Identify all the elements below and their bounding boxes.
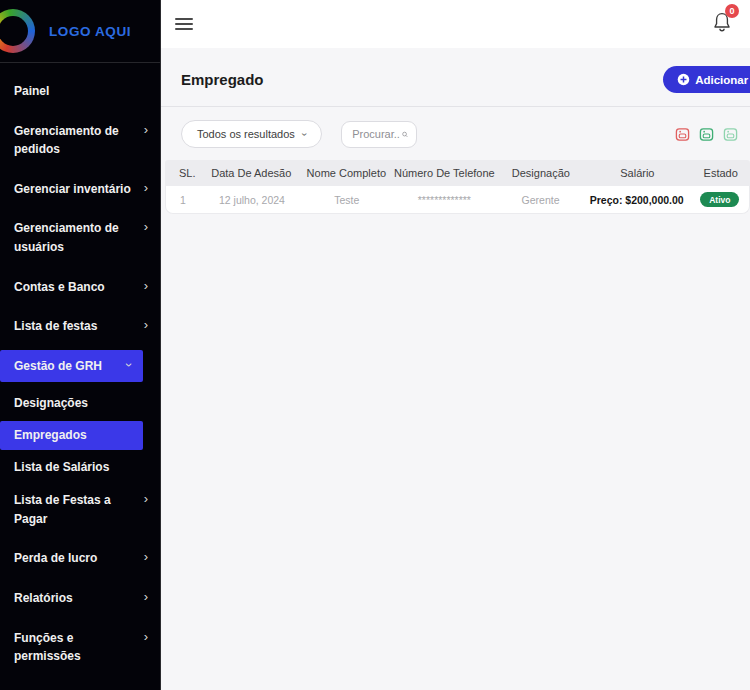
table-row: 112 julho, 2024Teste*************Gerente… bbox=[165, 186, 750, 214]
column-header-nome-completo: Nome Completo bbox=[302, 167, 390, 179]
table-header-row: SL.Data De AdesãoNome CompletoNúmero De … bbox=[165, 160, 750, 186]
sidebar-item-label: Contas e Banco bbox=[14, 278, 105, 297]
sidebar-item-contas-e-banco[interactable]: Contas e Banco› bbox=[0, 271, 160, 304]
column-header-numero-de-telefone: Número De Telefone bbox=[390, 167, 498, 179]
chevron-right-icon: › bbox=[144, 122, 148, 138]
sidebar-item-gerenciamento-de-usuarios[interactable]: Gerenciamento de usuários› bbox=[0, 212, 160, 263]
sidebar-item-label: Gerenciamento de usuários bbox=[14, 219, 132, 256]
sidebar-item-label: Gerenciar inventário bbox=[14, 180, 131, 199]
pdf-export-icon[interactable] bbox=[675, 127, 690, 142]
content: Empregado Adicionar funcionário Todos os… bbox=[161, 48, 750, 690]
add-employee-label: Adicionar funcionário bbox=[695, 74, 750, 86]
logo-text: LOGO AQUI bbox=[49, 24, 131, 39]
plus-circle-icon bbox=[677, 73, 690, 86]
sidebar-item-label: Lista de Salários bbox=[14, 458, 109, 477]
sidebar-item-gerenciamento-de-pedidos[interactable]: Gerenciamento de pedidos› bbox=[0, 115, 160, 166]
sidebar-item-configuracoes[interactable]: Configurações› bbox=[0, 680, 160, 690]
chevron-right-icon: › bbox=[144, 589, 148, 605]
sidebar-item-label: Designações bbox=[14, 394, 88, 413]
main-area: 0 Empregado Adicionar funcionário Todos … bbox=[161, 0, 750, 690]
print-export-icon[interactable] bbox=[723, 127, 738, 142]
sidebar-item-label: Gerenciamento de pedidos bbox=[14, 122, 132, 159]
search-icon bbox=[402, 128, 408, 141]
app-window: LOGO AQUI PainelGerenciamento de pedidos… bbox=[0, 0, 750, 690]
sidebar-item-lista-de-festas-a-pagar[interactable]: Lista de Festas a Pagar› bbox=[0, 484, 160, 535]
chevron-down-icon: › bbox=[121, 362, 137, 366]
search-box[interactable] bbox=[341, 121, 417, 148]
sidebar-item-empregados[interactable]: Empregados bbox=[0, 421, 143, 450]
cell-estado: Ativo bbox=[691, 192, 749, 207]
chevron-right-icon: › bbox=[144, 317, 148, 333]
sidebar-item-gerenciar-inventario[interactable]: Gerenciar inventário› bbox=[0, 173, 160, 206]
sidebar-item-lista-de-salarios[interactable]: Lista de Salários bbox=[0, 453, 160, 482]
status-badge: Ativo bbox=[700, 192, 739, 207]
chevron-right-icon: › bbox=[144, 180, 148, 196]
chevron-down-icon: › bbox=[299, 132, 310, 135]
filter-row: Todos os resultados › bbox=[161, 107, 750, 160]
logo-row: LOGO AQUI bbox=[0, 0, 160, 62]
sidebar-item-label: Perda de lucro bbox=[14, 549, 97, 568]
cell-salario: Preço: $200,000.00 bbox=[583, 194, 691, 206]
export-icons bbox=[675, 127, 738, 142]
sidebar-item-perda-de-lucro[interactable]: Perda de lucro› bbox=[0, 542, 160, 575]
cell-data-de-adesao: 12 julho, 2024 bbox=[201, 194, 303, 206]
chevron-right-icon: › bbox=[144, 278, 148, 294]
sidebar-item-funcoes-e-permissoes[interactable]: Funções e permissões› bbox=[0, 622, 160, 673]
chevron-right-icon: › bbox=[144, 219, 148, 235]
chevron-right-icon: › bbox=[144, 491, 148, 507]
column-header-salario: Salário bbox=[583, 167, 691, 179]
chevron-right-icon: › bbox=[144, 629, 148, 645]
results-filter-label: Todos os resultados bbox=[197, 128, 295, 140]
cell-numero-de-telefone: ************* bbox=[390, 194, 498, 206]
cell-nome-completo: Teste bbox=[303, 194, 390, 206]
sidebar: LOGO AQUI PainelGerenciamento de pedidos… bbox=[0, 0, 161, 690]
hamburger-menu-icon[interactable] bbox=[175, 15, 193, 33]
column-header-data-de-adesao: Data De Adesão bbox=[200, 167, 302, 179]
employee-table: SL.Data De AdesãoNome CompletoNúmero De … bbox=[165, 160, 750, 214]
column-header-designacao: Designação bbox=[498, 167, 583, 179]
cell-designacao: Gerente bbox=[498, 194, 583, 206]
sidebar-item-label: Empregados bbox=[14, 426, 87, 445]
column-header-sl: SL. bbox=[165, 167, 200, 179]
sidebar-item-relatorios[interactable]: Relatórios› bbox=[0, 582, 160, 615]
sidebar-nav: PainelGerenciamento de pedidos›Gerenciar… bbox=[0, 63, 160, 690]
cell-sl: 1 bbox=[166, 194, 201, 206]
sidebar-item-gestao-de-grh[interactable]: Gestão de GRH› bbox=[0, 350, 143, 383]
add-employee-button[interactable]: Adicionar funcionário bbox=[663, 66, 750, 93]
sidebar-item-label: Lista de festas bbox=[14, 317, 97, 336]
chevron-right-icon: › bbox=[144, 549, 148, 565]
excel-export-icon[interactable] bbox=[699, 127, 714, 142]
sidebar-item-lista-de-festas[interactable]: Lista de festas› bbox=[0, 310, 160, 343]
sidebar-item-label: Painel bbox=[14, 82, 49, 101]
logo-icon bbox=[0, 9, 35, 53]
results-filter-dropdown[interactable]: Todos os resultados › bbox=[181, 120, 322, 148]
notification-bell[interactable]: 0 bbox=[712, 11, 732, 37]
table-body: 112 julho, 2024Teste*************Gerente… bbox=[165, 186, 750, 214]
sidebar-item-label: Funções e permissões bbox=[14, 629, 132, 666]
sidebar-item-label: Gestão de GRH bbox=[14, 357, 102, 376]
sidebar-item-designacoes[interactable]: Designações bbox=[0, 389, 160, 418]
page-header: Empregado Adicionar funcionário bbox=[161, 48, 750, 107]
notification-badge: 0 bbox=[725, 4, 739, 18]
search-input[interactable] bbox=[352, 128, 402, 140]
sidebar-item-label: Lista de Festas a Pagar bbox=[14, 491, 132, 528]
column-header-estado: Estado bbox=[691, 167, 750, 179]
sidebar-item-painel[interactable]: Painel bbox=[0, 75, 160, 108]
sidebar-item-label: Relatórios bbox=[14, 589, 73, 608]
page-title: Empregado bbox=[181, 71, 264, 88]
topbar: 0 bbox=[161, 0, 750, 48]
